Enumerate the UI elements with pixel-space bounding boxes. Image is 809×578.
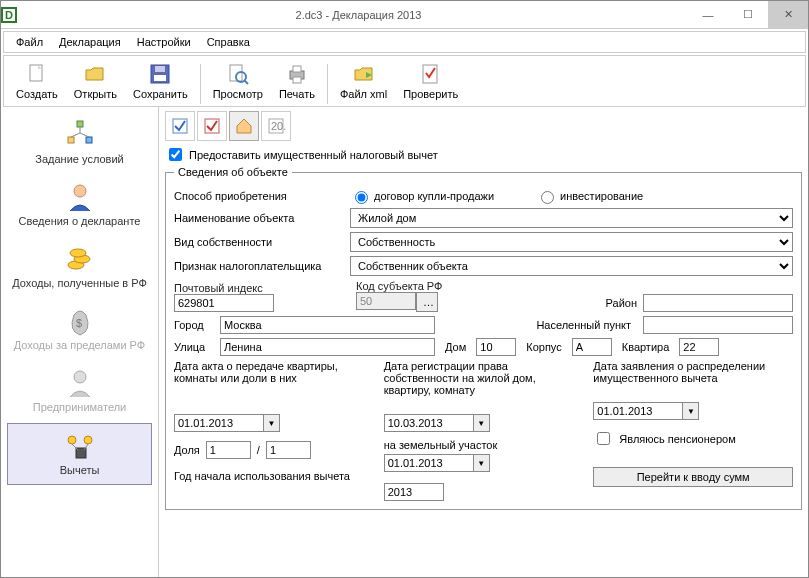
district-input[interactable] xyxy=(643,294,793,312)
coins-icon xyxy=(64,243,96,275)
goto-sums-button[interactable]: Перейти к вводу сумм xyxy=(593,467,793,487)
year-label: Год начала использования вычета xyxy=(174,470,374,482)
print-button[interactable]: Печать xyxy=(271,60,323,104)
tab-losses[interactable]: 20.. xyxy=(261,111,291,141)
open-button[interactable]: Открыть xyxy=(66,60,125,104)
ownership-select[interactable]: Собственность xyxy=(350,232,793,252)
minimize-button[interactable]: — xyxy=(688,1,728,29)
main-panel: 20.. Предоставить имущественный налоговы… xyxy=(159,107,808,577)
date-reg-label: Дата регистрации права собственности на … xyxy=(384,360,584,396)
xml-button[interactable]: Файл xml xyxy=(332,60,395,104)
region-code-label: Код субъекта РФ xyxy=(356,280,496,292)
menu-declaration[interactable]: Декларация xyxy=(51,34,129,50)
date-land-input[interactable] xyxy=(384,454,474,472)
toolbar: Создать Открыть Сохранить Просмотр Печат… xyxy=(3,55,806,107)
window-title: 2.dc3 - Декларация 2013 xyxy=(29,9,688,21)
share-num-input[interactable] xyxy=(206,441,251,459)
svg-rect-11 xyxy=(293,66,301,72)
menubar: Файл Декларация Настройки Справка xyxy=(3,31,806,53)
tab-social[interactable] xyxy=(197,111,227,141)
svg-rect-15 xyxy=(68,137,74,143)
tab-property[interactable] xyxy=(229,111,259,141)
svg-rect-6 xyxy=(155,66,165,72)
pensioner-checkbox[interactable] xyxy=(597,432,610,445)
sidebar-item-income-rf[interactable]: Доходы, полученные в РФ xyxy=(7,237,152,297)
date-land-dropdown[interactable]: ▼ xyxy=(474,454,490,472)
house-label: Дом xyxy=(441,341,470,353)
svg-text:D: D xyxy=(5,9,13,21)
new-icon xyxy=(25,62,49,86)
region-code-lookup-button[interactable]: … xyxy=(416,292,438,312)
new-button[interactable]: Создать xyxy=(8,60,66,104)
city-input[interactable] xyxy=(220,316,435,334)
sidebar-item-income-foreign: $ Доходы за пределами РФ xyxy=(7,299,152,359)
year-input[interactable] xyxy=(384,483,444,501)
svg-rect-12 xyxy=(293,77,301,83)
svg-line-9 xyxy=(244,80,248,84)
svg-point-23 xyxy=(70,249,86,257)
menu-help[interactable]: Справка xyxy=(199,34,258,50)
date-reg-dropdown[interactable]: ▼ xyxy=(474,414,490,432)
sidebar-item-deductions[interactable]: Вычеты xyxy=(7,423,152,485)
ownership-label: Вид собственности xyxy=(174,236,344,248)
taxpayer-sign-label: Признак налогоплательщика xyxy=(174,260,344,272)
region-code-input xyxy=(356,292,416,310)
svg-rect-14 xyxy=(77,121,83,127)
deductions-icon xyxy=(64,430,96,462)
grant-deduction-checkbox[interactable] xyxy=(169,148,182,161)
date-appl-dropdown[interactable]: ▼ xyxy=(683,402,699,420)
grant-deduction-label: Предоставить имущественный налоговый выч… xyxy=(189,149,438,161)
svg-line-18 xyxy=(71,133,80,137)
deduction-tabs: 20.. xyxy=(165,111,802,141)
house-input[interactable] xyxy=(476,338,516,356)
object-name-label: Наименование объекта xyxy=(174,212,344,224)
radio-investment[interactable]: инвестирование xyxy=(536,188,643,204)
share-den-input[interactable] xyxy=(266,441,311,459)
date-act-label: Дата акта о передаче квартиры, комнаты и… xyxy=(174,360,374,384)
save-icon xyxy=(148,62,172,86)
svg-rect-5 xyxy=(154,75,166,81)
check-icon xyxy=(419,62,443,86)
object-name-select[interactable]: Жилой дом xyxy=(350,208,793,228)
titlebar: D 2.dc3 - Декларация 2013 — ☐ ✕ xyxy=(1,1,808,29)
corpus-input[interactable] xyxy=(572,338,612,356)
xml-icon xyxy=(352,62,376,86)
menu-settings[interactable]: Настройки xyxy=(129,34,199,50)
date-appl-label: Дата заявления о распределении имуществе… xyxy=(593,360,793,384)
postal-label: Почтовый индекс xyxy=(174,282,350,294)
street-label: Улица xyxy=(174,341,214,353)
date-act-input[interactable] xyxy=(174,414,264,432)
taxpayer-sign-select[interactable]: Собственник объекта xyxy=(350,256,793,276)
svg-text:$: $ xyxy=(76,317,82,329)
preview-icon xyxy=(226,62,250,86)
corpus-label: Корпус xyxy=(522,341,565,353)
open-icon xyxy=(83,62,107,86)
postal-input[interactable] xyxy=(174,294,274,312)
moneybag-icon: $ xyxy=(64,305,96,337)
svg-line-19 xyxy=(80,133,89,137)
svg-point-27 xyxy=(68,436,76,444)
businessman-icon xyxy=(64,367,96,399)
maximize-button[interactable]: ☐ xyxy=(728,1,768,29)
check-button[interactable]: Проверить xyxy=(395,60,466,104)
pensioner-checkbox-row[interactable]: Являюсь пенсионером xyxy=(593,429,793,448)
date-appl-input[interactable] xyxy=(593,402,683,420)
app-icon: D xyxy=(1,7,29,23)
settlement-input[interactable] xyxy=(643,316,793,334)
street-input[interactable] xyxy=(220,338,435,356)
sidebar-item-conditions[interactable]: Задание условий xyxy=(7,113,152,173)
preview-button[interactable]: Просмотр xyxy=(205,60,271,104)
svg-point-25 xyxy=(74,371,86,383)
close-button[interactable]: ✕ xyxy=(768,1,808,29)
acquisition-label: Способ приобретения xyxy=(174,190,344,202)
tab-standard[interactable] xyxy=(165,111,195,141)
print-icon xyxy=(285,62,309,86)
date-reg-input[interactable] xyxy=(384,414,474,432)
save-button[interactable]: Сохранить xyxy=(125,60,196,104)
date-act-dropdown[interactable]: ▼ xyxy=(264,414,280,432)
flat-input[interactable] xyxy=(679,338,719,356)
radio-purchase[interactable]: договор купли-продажи xyxy=(350,188,494,204)
sidebar-item-declarant[interactable]: Сведения о декларанте xyxy=(7,175,152,235)
menu-file[interactable]: Файл xyxy=(8,34,51,50)
date-land-label: на земельный участок xyxy=(384,439,584,451)
